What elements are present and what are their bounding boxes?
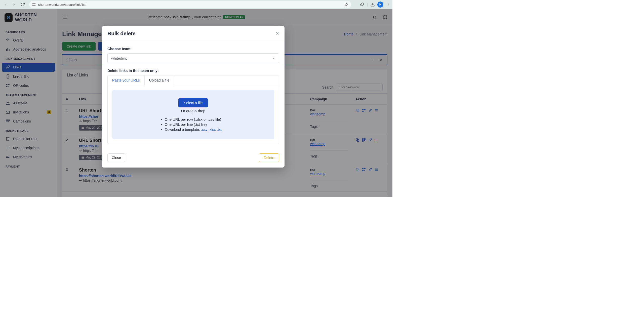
star-icon[interactable] xyxy=(344,3,348,7)
tab-upload-file[interactable]: Upload a file xyxy=(145,75,174,85)
modal-title: Bulk delete xyxy=(107,30,136,36)
kebab-icon[interactable] xyxy=(386,2,390,7)
modal-close-icon[interactable]: × xyxy=(276,31,279,36)
browser-forward-icon[interactable] xyxy=(11,1,18,8)
address-bar[interactable]: shortenworld.com/secure/link/list xyxy=(29,1,351,8)
browser-chrome: shortenworld.com/secure/link/list | N xyxy=(0,0,392,9)
svg-point-3 xyxy=(388,4,389,5)
svg-point-2 xyxy=(388,3,389,4)
upload-tabset: Paste your URLs Upload a file Select a f… xyxy=(107,75,279,144)
choose-team-label: Choose team: xyxy=(107,47,279,51)
team-select-value: whitedmp xyxy=(111,56,127,60)
chevron-down-icon: ▼ xyxy=(272,57,275,60)
template-xlsx-link[interactable]: .xlsx xyxy=(209,128,216,132)
modal-close-button[interactable]: Close xyxy=(107,153,125,162)
browser-back-icon[interactable] xyxy=(2,1,9,8)
hint-row: One URL per row (.xlsx or .csv file) xyxy=(165,117,222,121)
template-csv-link[interactable]: .csv xyxy=(201,128,208,132)
team-select[interactable]: whitedmp ▼ xyxy=(107,53,279,63)
hint-row: Download a template: .csv .xlsx .txt xyxy=(165,128,222,132)
svg-point-4 xyxy=(388,6,389,6)
drag-drop-hint: Or drag & drop xyxy=(120,109,267,113)
bulk-delete-modal: Bulk delete × Choose team: whitedmp ▼ De… xyxy=(102,26,285,168)
tab-paste-urls[interactable]: Paste your URLs xyxy=(108,75,145,85)
download-icon[interactable] xyxy=(370,2,375,7)
modal-delete-button[interactable]: Delete xyxy=(259,153,279,162)
select-file-button[interactable]: Select a file xyxy=(178,98,208,107)
profile-avatar[interactable]: N xyxy=(377,2,383,8)
delete-in-team-label: Delete links in this team only: xyxy=(107,69,279,73)
svg-rect-0 xyxy=(33,4,35,4)
address-text: shortenworld.com/secure/link/list xyxy=(38,3,342,7)
svg-rect-1 xyxy=(33,5,35,6)
hint-row: One URL per line (.txt file) xyxy=(165,123,222,127)
template-txt-link[interactable]: .txt xyxy=(217,128,222,132)
site-tune-icon xyxy=(32,3,36,6)
browser-reload-icon[interactable] xyxy=(19,1,26,8)
dropzone[interactable]: Select a file Or drag & drop One URL per… xyxy=(112,90,274,139)
extensions-icon[interactable] xyxy=(360,2,364,7)
